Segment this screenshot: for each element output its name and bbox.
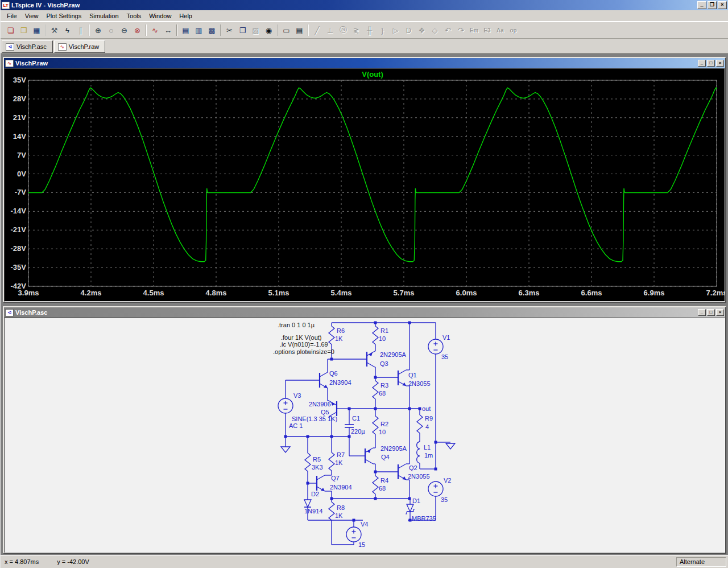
move-button[interactable]: ❖ (415, 24, 428, 36)
schematic-maximize-button[interactable]: □ (707, 309, 715, 316)
place-ground-button[interactable]: ⊥ (324, 24, 337, 36)
plot-settings-button[interactable]: ∿ (148, 24, 162, 36)
menu-plot-settings[interactable]: Plot Settings (42, 11, 85, 20)
tab-vischp.asc[interactable]: ⊲VischP.asc (2, 40, 53, 53)
resistor-symbol (373, 416, 378, 434)
title-bar[interactable]: LT LTspice IV - VischP.raw _ ❐ × (1, 0, 728, 10)
paste-button[interactable]: ▨ (249, 24, 262, 36)
toolbar: ❏❒▦⚒ϟ∥⊕◌⊖⊗∿↔▤▥▩✂❐▨◉▭▤╱⊥ⓐ≷╫}▷D❖◇↶↷EmE3Aao… (1, 22, 728, 39)
menu-simulation[interactable]: Simulation (85, 11, 122, 20)
waveform-maximize-button[interactable]: □ (707, 60, 715, 67)
menu-help[interactable]: Help (175, 11, 196, 20)
control-panel-button[interactable]: ⚒ (48, 24, 61, 36)
component-label: V3 (293, 392, 301, 399)
component-label: out (422, 405, 431, 412)
component-label: R2 (380, 421, 388, 427)
transistor-lead (398, 464, 406, 468)
junction (408, 408, 411, 410)
waveform-plot-area[interactable]: 35V28V21V14V7V0V-7V-14V-21V-28V-35V-42V3… (4, 68, 725, 302)
component-label: 68 (379, 485, 386, 492)
cut-button[interactable]: ✂ (223, 24, 236, 36)
transistor-lead (320, 372, 328, 377)
waveform-minimize-button[interactable]: _ (698, 60, 706, 67)
resistor-symbol (373, 326, 378, 344)
menu-view[interactable]: View (21, 11, 43, 20)
zoom-out-button[interactable]: ⊖ (118, 24, 131, 36)
print-button[interactable]: ▤ (293, 24, 306, 36)
mode-indicator: Alternate (676, 557, 726, 567)
run-button[interactable]: ϟ (61, 24, 74, 36)
y-axis-tick-label: -21V (11, 225, 27, 234)
spice-directive-button[interactable]: op (507, 24, 520, 36)
menu-window[interactable]: Window (145, 11, 175, 20)
waveform-plot[interactable]: 35V28V21V14V7V0V-7V-14V-21V-28V-35V-42V3… (5, 69, 725, 302)
new-schematic-button[interactable]: ❏ (4, 24, 17, 36)
schematic-close-button[interactable]: × (716, 309, 724, 316)
spice-directive-text: .ic V(n010)=-1.69 (280, 341, 328, 348)
place-diode-button[interactable]: ▷ (389, 24, 402, 36)
inductor-symbol (417, 442, 420, 463)
schematic-window-titlebar[interactable]: ⊲ VischP.asc _ □ × (4, 307, 725, 318)
save-button[interactable]: ▦ (30, 24, 43, 36)
waveform-window-titlebar[interactable]: ∿ VischP.raw _ □ × (4, 58, 725, 68)
component-label: Q2 (409, 464, 417, 471)
toolbar-separator (308, 24, 309, 36)
resistor-symbol (417, 415, 423, 433)
x-axis-tick-label: 3.9ms (18, 289, 39, 297)
open-button[interactable]: ❒ (17, 24, 30, 36)
waveform-icon: ∿ (5, 60, 14, 67)
schematic-minimize-button[interactable]: _ (698, 309, 706, 316)
voltage-source-symbol (346, 527, 361, 542)
print-preview-button[interactable]: ▭ (280, 24, 293, 36)
resistor-symbol (373, 381, 378, 399)
place-capacitor-button[interactable]: ╫ (363, 24, 376, 36)
transistor-lead (398, 370, 406, 374)
junction (409, 519, 412, 522)
place-inductor-button[interactable]: } (376, 24, 389, 36)
menu-file[interactable]: File (3, 11, 21, 20)
draw-wire-button[interactable]: ╱ (311, 24, 324, 36)
undo-button[interactable]: ↶ (441, 24, 454, 36)
ltspice-window: LT LTspice IV - VischP.raw _ ❐ × FileVie… (0, 0, 728, 568)
component-label: V4 (361, 521, 368, 528)
zoom-in-button[interactable]: ⊕ (92, 24, 105, 36)
component-label: V1 (442, 334, 450, 341)
zoom-undo-button[interactable]: ⊗ (131, 24, 144, 36)
waveform-close-button[interactable]: × (716, 60, 724, 67)
redo-button[interactable]: ↷ (454, 24, 468, 36)
zoom-full-extents-button[interactable]: ◌ (105, 24, 118, 36)
mirror-button[interactable]: Em (468, 24, 481, 36)
junction (408, 322, 411, 324)
component-label: R6 (337, 327, 345, 334)
text-button[interactable]: Aa (494, 24, 507, 36)
x-axis-tick-label: 4.5ms (143, 289, 164, 297)
restore-button[interactable]: ❐ (708, 1, 717, 9)
drag-button[interactable]: ◇ (428, 24, 441, 36)
place-component-button[interactable]: D (402, 24, 415, 36)
copy-button[interactable]: ❐ (236, 24, 249, 36)
halt-button[interactable]: ∥ (74, 24, 87, 36)
schematic-canvas-area[interactable]: R61KR1102N2905AQ3Q62N3904Q12N3055V135V32… (4, 318, 725, 553)
cascade-windows-button[interactable]: ▩ (205, 24, 218, 36)
component-label: Q1 (408, 372, 417, 378)
component-label: 10 (379, 335, 386, 342)
find-button[interactable]: ◉ (262, 24, 275, 36)
rotate-button[interactable]: E3 (481, 24, 494, 36)
component-label: 2N3904 (330, 484, 352, 491)
minimize-button[interactable]: _ (697, 1, 706, 9)
component-label: Q6 (329, 370, 338, 377)
toolbar-separator (277, 24, 278, 36)
close-button[interactable]: × (718, 1, 727, 9)
tab-vischp.raw[interactable]: ∿VischP.raw (54, 40, 105, 53)
menu-tools[interactable]: Tools (123, 11, 146, 20)
tile-horizontal-button[interactable]: ▤ (179, 24, 192, 36)
waveform-icon: ∿ (58, 43, 67, 51)
schematic-canvas[interactable]: R61KR1102N2905AQ3Q62N3904Q12N3055V135V32… (5, 318, 725, 553)
autorange-button[interactable]: ↔ (162, 24, 175, 36)
place-label-button[interactable]: ⓐ (337, 24, 350, 36)
schematic-window: ⊲ VischP.asc _ □ × R61KR1102N2905AQ3Q62N… (3, 306, 726, 554)
place-resistor-button[interactable]: ≷ (350, 24, 363, 36)
component-label: 220µ (351, 428, 365, 435)
component-label: 2N3055 (408, 473, 430, 480)
tile-vertical-button[interactable]: ▥ (192, 24, 205, 36)
